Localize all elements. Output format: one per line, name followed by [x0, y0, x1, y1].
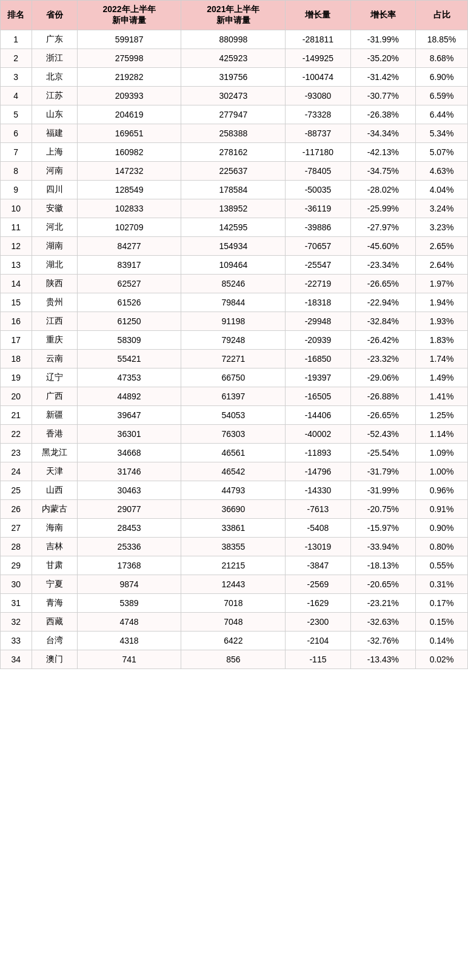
cell-growth: -25547 [286, 256, 350, 275]
cell-growth-rate: -31.42% [350, 68, 415, 87]
cell-growth: -19397 [286, 368, 350, 387]
cell-share: 2.64% [416, 256, 468, 275]
cell-province: 云南 [32, 350, 77, 368]
cell-rank: 13 [1, 256, 32, 275]
cell-growth-rate: -22.94% [350, 293, 415, 312]
cell-province: 黑龙江 [32, 444, 77, 462]
cell-rank: 1 [1, 30, 32, 49]
cell-2022: 84277 [77, 237, 181, 256]
cell-rank: 18 [1, 350, 32, 368]
cell-province: 广西 [32, 387, 77, 406]
cell-share: 5.07% [416, 143, 468, 162]
cell-2021: 154934 [181, 237, 286, 256]
cell-2021: 79248 [181, 331, 286, 350]
cell-2021: 258388 [181, 124, 286, 143]
cell-rank: 2 [1, 49, 32, 68]
cell-rank: 17 [1, 331, 32, 350]
cell-2021: 302473 [181, 87, 286, 105]
cell-share: 8.68% [416, 49, 468, 68]
table-row: 4 江苏 209393 302473 -93080 -30.77% 6.59% [1, 87, 468, 105]
cell-2021: 319756 [181, 68, 286, 87]
cell-growth-rate: -31.79% [350, 462, 415, 481]
cell-2022: 169651 [77, 124, 181, 143]
col-header-province: 省份 [32, 1, 77, 30]
cell-2021: 12443 [181, 575, 286, 594]
table-row: 10 安徽 102833 138952 -36119 -25.99% 3.24% [1, 199, 468, 218]
col-header-growth: 增长量 [286, 1, 350, 30]
cell-growth-rate: -27.97% [350, 218, 415, 237]
cell-province: 天津 [32, 462, 77, 481]
cell-share: 3.24% [416, 199, 468, 218]
cell-2021: 21215 [181, 556, 286, 575]
cell-2022: 4318 [77, 632, 181, 650]
cell-2021: 278162 [181, 143, 286, 162]
cell-share: 1.74% [416, 350, 468, 368]
cell-growth-rate: -33.94% [350, 538, 415, 556]
table-row: 32 西藏 4748 7048 -2300 -32.63% 0.15% [1, 613, 468, 632]
cell-province: 浙江 [32, 49, 77, 68]
cell-rank: 10 [1, 199, 32, 218]
cell-share: 6.90% [416, 68, 468, 87]
cell-growth-rate: -26.42% [350, 331, 415, 350]
cell-growth-rate: -34.75% [350, 162, 415, 181]
cell-growth: -73328 [286, 105, 350, 124]
cell-rank: 16 [1, 312, 32, 331]
col-header-rank: 排名 [1, 1, 32, 30]
cell-growth: -36119 [286, 199, 350, 218]
cell-rank: 9 [1, 181, 32, 199]
cell-share: 4.04% [416, 181, 468, 199]
cell-2021: 6422 [181, 632, 286, 650]
cell-growth-rate: -26.88% [350, 387, 415, 406]
cell-growth: -16850 [286, 350, 350, 368]
table-row: 28 吉林 25336 38355 -13019 -33.94% 0.80% [1, 538, 468, 556]
cell-province: 海南 [32, 519, 77, 538]
cell-growth: -13019 [286, 538, 350, 556]
cell-2021: 76303 [181, 425, 286, 444]
cell-province: 新疆 [32, 406, 77, 425]
cell-province: 河北 [32, 218, 77, 237]
cell-share: 4.63% [416, 162, 468, 181]
cell-rank: 25 [1, 481, 32, 500]
cell-rank: 6 [1, 124, 32, 143]
cell-2022: 741 [77, 650, 181, 669]
cell-province: 山东 [32, 105, 77, 124]
cell-growth: -2104 [286, 632, 350, 650]
cell-growth: -5408 [286, 519, 350, 538]
cell-2022: 44892 [77, 387, 181, 406]
cell-share: 1.00% [416, 462, 468, 481]
cell-share: 0.80% [416, 538, 468, 556]
cell-growth-rate: -52.43% [350, 425, 415, 444]
cell-rank: 21 [1, 406, 32, 425]
cell-growth-rate: -20.65% [350, 575, 415, 594]
cell-growth: -93080 [286, 87, 350, 105]
cell-rank: 4 [1, 87, 32, 105]
cell-share: 0.91% [416, 500, 468, 519]
cell-growth: -281811 [286, 30, 350, 49]
cell-2021: 91198 [181, 312, 286, 331]
cell-province: 上海 [32, 143, 77, 162]
cell-2022: 17368 [77, 556, 181, 575]
cell-share: 5.34% [416, 124, 468, 143]
cell-2022: 36301 [77, 425, 181, 444]
cell-share: 1.83% [416, 331, 468, 350]
cell-province: 香港 [32, 425, 77, 444]
cell-rank: 27 [1, 519, 32, 538]
cell-growth: -100474 [286, 68, 350, 87]
cell-2022: 102833 [77, 199, 181, 218]
cell-2021: 72271 [181, 350, 286, 368]
cell-growth-rate: -32.63% [350, 613, 415, 632]
cell-share: 18.85% [416, 30, 468, 49]
cell-growth: -16505 [286, 387, 350, 406]
cell-2022: 204619 [77, 105, 181, 124]
table-row: 9 四川 128549 178584 -50035 -28.02% 4.04% [1, 181, 468, 199]
cell-growth-rate: -29.06% [350, 368, 415, 387]
table-row: 18 云南 55421 72271 -16850 -23.32% 1.74% [1, 350, 468, 368]
cell-share: 6.59% [416, 87, 468, 105]
cell-rank: 22 [1, 425, 32, 444]
table-row: 1 广东 599187 880998 -281811 -31.99% 18.85… [1, 30, 468, 49]
table-row: 27 海南 28453 33861 -5408 -15.97% 0.90% [1, 519, 468, 538]
cell-rank: 34 [1, 650, 32, 669]
cell-growth: -14796 [286, 462, 350, 481]
cell-growth-rate: -31.99% [350, 481, 415, 500]
table-row: 14 陕西 62527 85246 -22719 -26.65% 1.97% [1, 275, 468, 293]
